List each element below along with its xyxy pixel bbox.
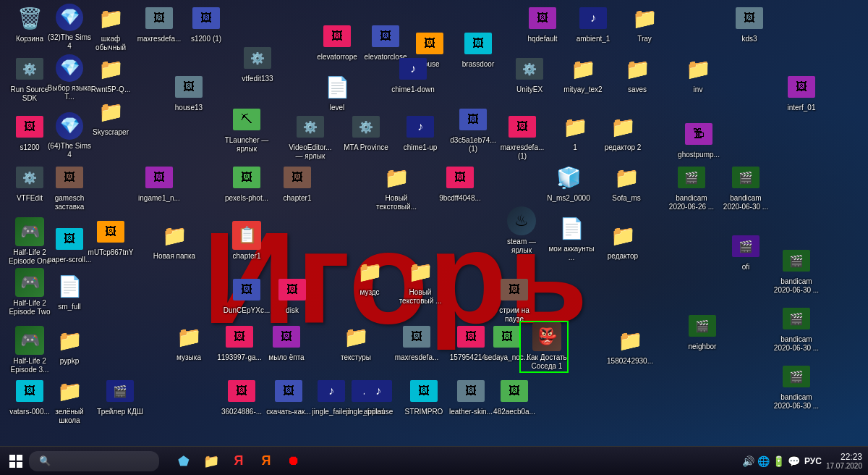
desktop-icon-ingame1n[interactable]: 🖼 ingame1_n... — [133, 163, 185, 203]
icon-label: bandicam 2020-06-26 ... — [665, 193, 718, 212]
desktop-icon-maxresdef2[interactable]: 🖼 maxresdefa... — [391, 322, 443, 363]
desktop-icon-inv[interactable]: 📁inv — [672, 54, 724, 95]
desktop-icon-bandicam3[interactable]: 🎬 bandicam 2020-06-30 ... — [770, 246, 822, 295]
desktop-icon-chime1down[interactable]: ♪ chime1-down — [387, 54, 439, 95]
desktop-icon-chapter1img[interactable]: 🖼 chapter1 — [271, 163, 323, 203]
desktop-icon-mityay_tex2[interactable]: 📁mityay_tex2 — [557, 54, 609, 95]
desktop-icon-redaktor2[interactable]: 📁редактор 2 — [597, 112, 649, 153]
desktop-icon-1193997[interactable]: 🖼 1193997-ga... — [213, 322, 265, 363]
desktop-icon-novtekst2[interactable]: 📁Новый текстовый ... — [394, 257, 446, 306]
desktop-icon-applause[interactable]: ♪ applause — [352, 377, 404, 417]
desktop-icon-rypkp[interactable]: 📁рурkp — [43, 326, 95, 366]
desktop-icon-neighbor[interactable]: 🎬 neighbor — [676, 311, 728, 352]
desktop-icon-chime1up[interactable]: ♪ chime1-up — [394, 112, 446, 153]
icon-image: 🎮 — [15, 268, 44, 297]
desktop-icon-bandicam2[interactable]: 🎬 bandicam 2020-06-30 ... — [720, 163, 772, 212]
icon-label: interf_01 — [786, 103, 817, 113]
desktop-icon-strimpro[interactable]: 🖼 STRIMPRO — [398, 377, 450, 417]
desktop-icon-muzyka[interactable]: 📁музыка — [163, 322, 215, 363]
desktop-icon-brassdoor[interactable]: 🖼 brassdoor — [452, 29, 504, 70]
desktop-icon-36024[interactable]: 🖼 36024886-... — [216, 377, 268, 417]
start-button[interactable] — [6, 451, 26, 471]
desktop-icon-saves[interactable]: 📁saves — [611, 54, 663, 95]
desktop-icon-maxresdef_1[interactable]: 🖼 maxresdefa... (1) — [496, 112, 548, 161]
icon-image: 🖼 — [55, 224, 84, 253]
icon-image: 🖼 — [145, 4, 174, 33]
desktop-icon-novayapapka[interactable]: 📁Новая папка — [148, 221, 200, 261]
taskbar-app-record[interactable]: ⏺ — [281, 448, 307, 474]
desktop-icon-pexelsphotos[interactable]: 🖼 pexels-phot... — [221, 163, 273, 203]
desktop-icon-treyler[interactable]: 🎬 Трейлер КДШ — [94, 377, 146, 417]
desktop-icon-unityex[interactable]: ⚙️ UnityEX — [503, 54, 556, 95]
desktop-icon-9bcdff4[interactable]: 🖼 9bcdff4048... — [434, 163, 486, 203]
icon-label: N_ms2_0000 — [545, 193, 591, 203]
icon-label: s1200 — [18, 143, 41, 153]
icon-image: 💎 — [56, 54, 83, 82]
desktop-icon-shaf[interactable]: 📁шкаф обычный — [85, 4, 137, 53]
icon-label: chime1-down — [390, 85, 435, 95]
taskbar-clock[interactable]: 22:23 17.07.2020 — [826, 452, 862, 470]
desktop-icon-d3c5a1[interactable]: 🖼 d3c5a1eb74... (1) — [447, 105, 499, 154]
desktop-icon-tlauncher[interactable]: ⛏ TLauncher — ярлык — [221, 105, 273, 154]
desktop-icon-novyitekst[interactable]: 📁Новый текстовый... — [370, 163, 422, 212]
icon-image: 📁 — [174, 322, 203, 351]
volume-icon[interactable]: 🔊 — [742, 455, 754, 467]
desktop-icon-sofa[interactable]: 📁Sofa_ms — [600, 163, 652, 203]
icon-label: ingame1_n... — [137, 193, 182, 203]
icon-label: VTFEdit — [15, 193, 44, 203]
desktop-icon-bandicam1[interactable]: 🎬 bandicam 2020-06-26 ... — [665, 163, 718, 212]
icon-label: (64)The Sims 4 — [43, 141, 95, 160]
icon-image: 📁 — [569, 54, 597, 83]
network-icon[interactable]: 🌐 — [757, 455, 770, 467]
desktop-icon-disk[interactable]: 🖼 disk — [266, 275, 318, 316]
desktop-icon-elevatorope[interactable]: 🖼 elevatorrope — [311, 22, 363, 62]
desktop-icon-ofi[interactable]: 🎬 ofi — [720, 232, 772, 272]
desktop-icon-strimnapauz[interactable]: 🖼 стрим на паузе — [488, 275, 540, 324]
desktop-icon-chapter1vmt[interactable]: 📋chapter1 — [221, 221, 273, 261]
desktop-icon-one[interactable]: 📁1 — [549, 112, 601, 153]
taskbar-app-explorer[interactable]: 📁 — [198, 448, 224, 474]
taskbar-search[interactable]: 🔍 — [29, 451, 159, 471]
desktop-icon-muzykds[interactable]: 📁муздс — [344, 257, 396, 298]
desktop-icon-maxresdef1[interactable]: 🖼 maxresdefa... — [133, 4, 185, 44]
desktop-icon-gamesch[interactable]: 🖼 gamesch заставка — [43, 163, 95, 212]
desktop-icon-vtfedit133[interactable]: ⚙️ vtfedit133 — [231, 43, 284, 84]
desktop-icon-482aecb0[interactable]: 🖼 482aecb0a... — [488, 377, 540, 417]
desktop-icon-skyscraper[interactable]: 📁Skyscraper — [85, 97, 137, 138]
icon-image: 🖼 — [96, 217, 125, 246]
icon-image: 📄 — [55, 272, 84, 300]
icon-image: 🖼 — [371, 22, 400, 51]
desktop-icon-kakdostat[interactable]: 👺Как Достать Соседа 1 — [521, 322, 573, 371]
desktop-icon-tray[interactable]: 📁Tray — [618, 4, 671, 44]
desktop-icon-kds3[interactable]: 🖼 kds3 — [723, 4, 775, 44]
desktop-icon-avatars000[interactable]: 🖼 vatars-000... — [4, 377, 56, 417]
taskbar-app-yandex[interactable]: Я — [226, 448, 252, 474]
desktop-icon-duncep[interactable]: 🖼 DunCEpYXc... — [221, 275, 273, 316]
desktop-icon-tekstury[interactable]: 📁текстуры — [330, 322, 382, 363]
desktop-icon-hqdefault[interactable]: 🖼 hqdefault — [516, 4, 569, 44]
desktop-icon-ghostpump[interactable]: 🗜 ghostpump... — [673, 119, 725, 160]
desktop-icon-rwnt5p[interactable]: 📁Rwnt5P-Q... — [85, 54, 137, 95]
icon-label: sm_full — [56, 302, 82, 312]
desktop-icon-steam[interactable]: ♨steam — ярлык — [495, 206, 548, 256]
desktop-icon-bandicam5[interactable]: 🎬 bandicam 2020-06-30 ... — [770, 362, 822, 411]
taskbar-app-yandex2[interactable]: Я — [253, 448, 279, 474]
desktop-icon-smfull[interactable]: 📄sm_full — [43, 272, 95, 312]
desktop-icon-1580242[interactable]: 📁1580242930... — [604, 326, 656, 366]
desktop-icon-level[interactable]: 📄level — [311, 72, 363, 113]
desktop-icon-ambient1[interactable]: ♪ ambient_1 — [567, 4, 619, 44]
desktop-icon-mtaprovince[interactable]: ⚙️ MTA Province — [340, 112, 392, 153]
icon-label: mityay_tex2 — [562, 85, 603, 95]
desktop-icon-house13[interactable]: 🖼 house13 — [163, 72, 215, 113]
desktop-icon-nms2[interactable]: 🧊N_ms2_0000 — [542, 163, 595, 203]
language-indicator[interactable]: РУС — [804, 456, 822, 466]
desktop-icon-interf01[interactable]: 🖼 interf_01 — [775, 72, 827, 113]
desktop-icon-s1200_1[interactable]: 🖼 s1200 (1) — [180, 4, 232, 44]
desktop-icon-redaktor[interactable]: 📁редактор — [597, 221, 649, 261]
desktop-icon-mylo[interactable]: 🖼 мыло ёпта — [260, 322, 312, 363]
desktop-icon-moiakkaunt[interactable]: 📄мои аккаунты ... — [545, 214, 597, 263]
taskbar-app-cortana[interactable]: ⬟ — [171, 448, 197, 474]
desktop-icon-mutcp867[interactable]: 🖼 mUTcp867tnY — [85, 217, 137, 258]
desktop-icon-bandicam4[interactable]: 🎬 bandicam 2020-06-30 ... — [770, 304, 822, 353]
desktop-icon-videoeditor[interactable]: ⚙️ VideoEditor... — ярлык — [284, 112, 336, 161]
